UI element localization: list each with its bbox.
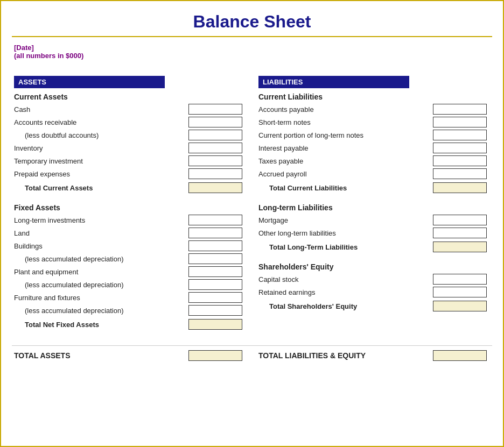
plant-equipment-label: Plant and equipment xyxy=(14,268,188,276)
bottom-totals-row: TOTAL ASSETS TOTAL LIABILITIES & EQUITY xyxy=(12,345,492,361)
list-item: Retained earnings xyxy=(258,286,487,298)
accrued-payroll-label: Accrued payroll xyxy=(258,170,433,178)
page-title: Balance Sheet xyxy=(12,12,492,32)
plant-equipment-input[interactable] xyxy=(188,266,242,277)
taxes-payable-input[interactable] xyxy=(433,155,487,166)
total-longterm-liabilities-row: Total Long-Term Liabilities xyxy=(258,241,487,253)
list-item: Furniture and fixtures xyxy=(14,292,242,303)
longterm-liabilities-title: Long-term Liabilities xyxy=(258,203,487,212)
less-accum-dep-plant-label: (less accumulated depreciation) xyxy=(14,281,188,289)
total-current-liabilities-input[interactable] xyxy=(433,182,487,193)
long-term-investments-input[interactable] xyxy=(188,215,242,225)
list-item: Interest payable xyxy=(258,142,487,154)
short-term-notes-input[interactable] xyxy=(433,117,487,127)
total-assets-col: TOTAL ASSETS xyxy=(12,350,248,361)
total-liabilities-equity-input[interactable] xyxy=(433,350,487,361)
total-assets-label: TOTAL ASSETS xyxy=(14,351,71,360)
mortgage-label: Mortgage xyxy=(258,216,433,224)
other-longterm-liabilities-label: Other long-term liabilities xyxy=(258,229,433,237)
current-portion-longterm-input[interactable] xyxy=(433,130,487,140)
less-accum-dep-furniture-label: (less accumulated depreciation) xyxy=(14,307,188,315)
mortgage-input[interactable] xyxy=(433,215,487,225)
furniture-fixtures-input[interactable] xyxy=(188,292,242,303)
total-assets-input[interactable] xyxy=(188,350,242,361)
list-item: Other long-term liabilities xyxy=(258,227,487,239)
title-section: Balance Sheet xyxy=(12,6,492,37)
accounts-payable-label: Accounts payable xyxy=(258,105,433,113)
temporary-investment-label: Temporary investment xyxy=(14,157,188,165)
long-term-investments-label: Long-term investments xyxy=(14,216,188,224)
list-item: Short-term notes xyxy=(258,116,487,128)
current-liabilities-title: Current Liabilities xyxy=(258,93,487,101)
accounts-receivable-input[interactable] xyxy=(188,117,242,127)
shareholders-equity-title: Shareholders' Equity xyxy=(258,262,487,271)
retained-earnings-input[interactable] xyxy=(433,287,487,297)
balance-sheet-page: Balance Sheet [Date] (all numbers in $00… xyxy=(0,0,504,447)
less-accum-dep-furniture-input[interactable] xyxy=(188,305,242,316)
current-portion-longterm-label: Current portion of long-term notes xyxy=(258,131,433,139)
total-net-fixed-assets-label: Total Net Fixed Assets xyxy=(14,321,188,329)
total-longterm-liabilities-input[interactable] xyxy=(433,242,487,252)
list-item: Temporary investment xyxy=(14,155,242,167)
furniture-fixtures-label: Furniture and fixtures xyxy=(14,294,188,302)
interest-payable-input[interactable] xyxy=(433,143,487,153)
date-section: [Date] (all numbers in $000) xyxy=(12,41,492,60)
inventory-label: Inventory xyxy=(14,144,188,152)
capital-stock-input[interactable] xyxy=(433,274,487,285)
total-shareholders-equity-label: Total Shareholders' Equity xyxy=(258,302,433,310)
inventory-input[interactable] xyxy=(188,143,242,153)
assets-header: ASSETS xyxy=(14,76,165,88)
land-input[interactable] xyxy=(188,228,242,238)
total-longterm-liabilities-label: Total Long-Term Liabilities xyxy=(258,243,433,251)
total-current-assets-label: Total Current Assets xyxy=(14,184,188,192)
cash-input[interactable] xyxy=(188,104,242,115)
less-accum-dep-buildings-input[interactable] xyxy=(188,253,242,264)
list-item: (less accumulated depreciation) xyxy=(14,253,242,265)
capital-stock-label: Capital stock xyxy=(258,275,433,283)
list-item: Land xyxy=(14,227,242,239)
list-item: Taxes payable xyxy=(258,155,487,167)
list-item: Mortgage xyxy=(258,214,487,226)
buildings-input[interactable] xyxy=(188,240,242,251)
other-longterm-liabilities-input[interactable] xyxy=(433,228,487,238)
prepaid-expenses-input[interactable] xyxy=(188,168,242,179)
list-item: (less accumulated depreciation) xyxy=(14,304,242,316)
list-item: Current portion of long-term notes xyxy=(258,129,487,141)
accounts-receivable-label: Accounts receivable xyxy=(14,118,188,126)
liabilities-header: LIABILITIES xyxy=(258,76,409,88)
list-item: Accrued payroll xyxy=(258,168,487,180)
accounts-payable-input[interactable] xyxy=(433,104,487,115)
list-item: Capital stock xyxy=(258,273,487,285)
date-label: [Date] xyxy=(14,44,492,52)
liabilities-column: LIABILITIES Current Liabilities Accounts… xyxy=(248,76,492,335)
short-term-notes-label: Short-term notes xyxy=(258,118,433,126)
total-shareholders-equity-row: Total Shareholders' Equity xyxy=(258,300,487,312)
taxes-payable-label: Taxes payable xyxy=(258,157,433,165)
list-item: Plant and equipment xyxy=(14,266,242,278)
prepaid-expenses-label: Prepaid expenses xyxy=(14,170,188,178)
retained-earnings-label: Retained earnings xyxy=(258,288,433,296)
temporary-investment-input[interactable] xyxy=(188,155,242,166)
total-current-assets-input[interactable] xyxy=(188,182,242,193)
accrued-payroll-input[interactable] xyxy=(433,168,487,179)
interest-payable-label: Interest payable xyxy=(258,144,433,152)
less-doubtful-input[interactable] xyxy=(188,130,242,140)
list-item: Long-term investments xyxy=(14,214,242,226)
main-columns: ASSETS Current Assets Cash Accounts rece… xyxy=(12,76,492,335)
list-item: Prepaid expenses xyxy=(14,168,242,180)
list-item: Inventory xyxy=(14,142,242,154)
list-item: Buildings xyxy=(14,240,242,252)
total-liabilities-equity-col: TOTAL LIABILITIES & EQUITY xyxy=(248,350,492,361)
list-item: (less accumulated depreciation) xyxy=(14,279,242,290)
less-accum-dep-plant-input[interactable] xyxy=(188,279,242,290)
less-doubtful-label: (less doubtful accounts) xyxy=(14,131,188,139)
cash-label: Cash xyxy=(14,105,188,113)
buildings-label: Buildings xyxy=(14,242,188,250)
fixed-assets-title: Fixed Assets xyxy=(14,203,242,212)
less-accum-dep-buildings-label: (less accumulated depreciation) xyxy=(14,255,188,263)
total-net-fixed-assets-input[interactable] xyxy=(188,319,242,330)
list-item: Accounts receivable xyxy=(14,116,242,128)
land-label: Land xyxy=(14,229,188,237)
total-shareholders-equity-input[interactable] xyxy=(433,301,487,311)
total-current-liabilities-row: Total Current Liabilities xyxy=(258,182,487,194)
